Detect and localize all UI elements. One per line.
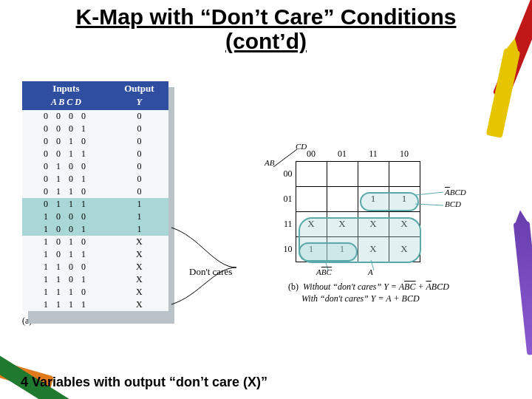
footer-text: 4 Variables with output “don’t care (X)” [21, 375, 267, 390]
km-cell: X [358, 211, 389, 236]
tt-sub-inputs: A B C D [22, 96, 110, 110]
km-cell: X [296, 211, 327, 236]
truth-table: Inputs Output A B C D Y 0 0 0 000 0 0 10… [22, 81, 180, 327]
km-col-01: 01 [327, 148, 358, 161]
title-line2: (cont’d) [225, 29, 307, 53]
kmap-label-a: A [368, 267, 373, 276]
crayon-yellow-icon [486, 48, 520, 138]
km-col-00: 00 [296, 148, 327, 161]
km-cell: X [389, 211, 420, 236]
table-row: 1 1 0 0X [22, 261, 168, 273]
table-row: 0 1 0 10 [22, 173, 168, 185]
km-row-01: 01 [273, 186, 296, 211]
km-cell [296, 161, 327, 186]
table-row: 1 0 0 01 [22, 211, 168, 223]
table-row: 0 0 0 10 [22, 123, 168, 135]
table-row: 0 1 1 11 [22, 198, 168, 211]
table-row: 1 0 0 11 [22, 223, 168, 236]
table-row: 1 1 1 0X [22, 286, 168, 299]
km-cell [389, 161, 420, 186]
km-row-10: 10 [273, 236, 296, 262]
km-cell [327, 186, 358, 211]
table-row: 0 0 1 10 [22, 148, 168, 160]
km-cell [296, 186, 327, 211]
table-row: 1 1 0 1X [22, 273, 168, 286]
kmap-caption: (b) Without “don't cares” Y = ABC + ABCD… [288, 281, 449, 304]
kmap-label-abc: ABC [316, 267, 332, 276]
slide-title: K-Map with “Don’t Care” Conditions (cont… [0, 0, 532, 55]
km-row-11: 11 [273, 211, 296, 236]
kmap-label-abcd: ABCD [445, 188, 466, 197]
km-cell: 1 [296, 236, 327, 262]
table-row: 0 0 1 00 [22, 135, 168, 148]
km-cell: 1 [327, 236, 358, 262]
table-row: 0 1 1 00 [22, 185, 168, 198]
km-cell [327, 161, 358, 186]
km-col-10: 10 [389, 148, 420, 161]
table-row: 1 0 1 1X [22, 248, 168, 261]
kmap-label-bcd: BCD [445, 200, 461, 208]
km-cell [358, 161, 389, 186]
tt-sub-output: Y [110, 96, 168, 110]
crayon-purple-icon [514, 221, 532, 355]
table-row: 1 0 1 0X [22, 236, 168, 248]
table-row: 0 1 0 00 [22, 160, 168, 173]
table-row: 1 1 1 1X [22, 299, 168, 311]
km-cell: X [389, 236, 420, 262]
tt-head-inputs: Inputs [22, 81, 110, 96]
title-line1: K-Map with “Don’t Care” Conditions [76, 4, 457, 29]
km-cell: X [327, 211, 358, 236]
km-col-11: 11 [358, 148, 389, 161]
km-cell: 1 [389, 186, 420, 211]
tt-head-output: Output [110, 81, 168, 96]
kmap: 00 01 11 10 00011111XXXX1011XX [273, 148, 420, 262]
dont-cares-label: Don't cares [189, 266, 232, 278]
table-row: 0 0 0 00 [22, 110, 168, 123]
km-row-00: 00 [273, 161, 296, 186]
km-cell: 1 [358, 186, 389, 211]
km-cell: X [358, 236, 389, 262]
